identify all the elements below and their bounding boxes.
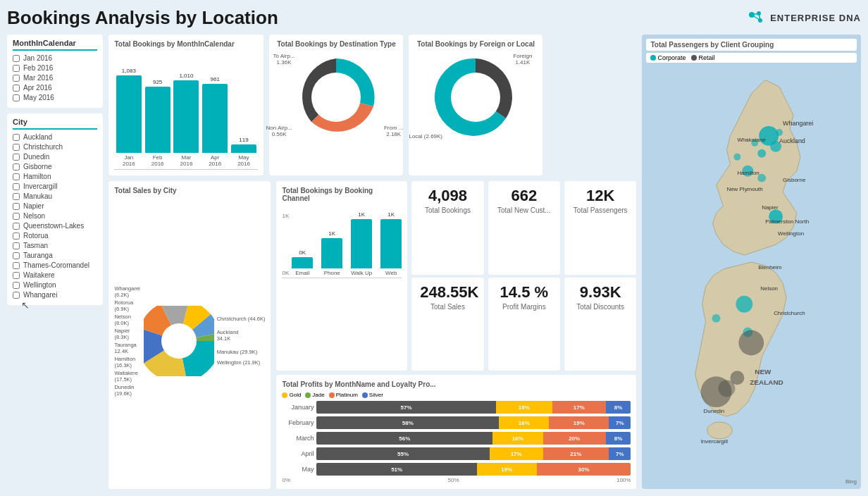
logo-icon [745,8,766,29]
city-label: Hamilton (16.3K) [114,356,140,368]
channel-bar-rect [351,219,372,268]
city-filter-item[interactable]: Gisborne [13,163,97,170]
city-filter-item[interactable]: Tauranga [13,252,97,259]
channel-bar-rect [321,238,342,268]
bookings-by-month-title: Total Bookings by MonthInCalendar [114,40,258,48]
kpi-label: Profit Margins [497,303,552,311]
map-legend-dot [691,55,697,61]
svg-text:Dunedin: Dunedin [704,408,725,414]
svg-text:Napier: Napier [762,204,779,211]
map-attribution: Bing [845,478,857,485]
city-filter-item[interactable]: Dunedin [13,153,97,161]
kpi-value: 9.93K [573,283,628,302]
svg-point-28 [736,296,753,313]
month-filter-item[interactable]: Apr 2016 [13,84,97,92]
city-filter: City Auckland Christchurch Dunedin Gisbo… [7,113,103,305]
destination-type-chart: Total Bookings by Destination Type To Ai… [269,35,403,175]
nz-map-svg: Whangarei Auckland Hamilton Whakatane Gi… [646,66,857,473]
legend-dot [282,392,287,398]
svg-point-6 [311,73,361,122]
svg-text:Auckland: Auckland [780,137,806,144]
month-filter: MonthInCalendar Jan 2016 Feb 2016 Mar 20… [7,35,103,108]
kpi-label: Total New Cust... [497,206,552,214]
svg-point-7 [451,73,500,122]
month-filter-item[interactable]: Jan 2016 [13,54,97,62]
loyalty-row: February 58% 16% 19% 7% [282,416,631,429]
y-axis-label: 1K [282,213,289,219]
city-filter-item[interactable]: Tasman [13,242,97,249]
month-filter-item[interactable]: Feb 2016 [13,64,97,72]
map-box: Total Passengers by Client Grouping Corp… [642,35,861,489]
bar-chart-area: 1,083 Jan2016 925 Feb2016 1,010 Mar2016 … [114,51,258,170]
loyalty-bar-container: 58% 16% 19% 7% [316,416,631,429]
bar-rect [202,84,228,153]
bar-rect [116,75,142,153]
x-axis [114,169,258,170]
channel-bar-col: 1K Web [380,211,402,276]
logo-text: ENTERPRISE DNA [770,13,861,23]
kpi-section: 4,098 Total Bookings 662 Total New Cust.… [411,181,636,371]
month-filter-item[interactable]: Mar 2016 [13,74,97,82]
svg-text:Palmerston North: Palmerston North [766,218,810,225]
city-filter-item[interactable]: Wellington [13,281,97,289]
city-filter-item[interactable]: Hamilton [13,173,97,180]
svg-text:Gisborne: Gisborne [783,177,807,183]
city-filter-item[interactable]: Whangarei [13,291,97,299]
channel-bars-container: 0K Email 1K Phone 1K Walk Up 1K Web [292,220,402,276]
city-sales-chart: Total Sales by City Whangarei (6.2K) Rot… [108,181,271,489]
city-label: Christchurch (44.6K) [217,316,266,322]
loyalty-legend-item: Gold [282,392,301,398]
city-filter-item[interactable]: Auckland [13,133,97,141]
charts-row2: Total Sales by City Whangarei (6.2K) Rot… [108,181,636,489]
legend-dot [305,392,311,398]
header: Bookings Analysis by Location ENTERPRISE… [7,7,861,29]
city-filter-item[interactable]: Christchurch [13,143,97,151]
city-label: Auckland34.1K [217,329,266,342]
pct-labels: 0% 50% 100% [282,477,631,483]
loyalty-row: May 51% 19% 30% [282,463,631,476]
charts-row1: Total Bookings by MonthInCalendar 1,083 … [108,35,636,175]
loyalty-bar-container: 57% 18% 17% 8% [316,401,631,414]
kpi-box: 662 Total New Cust... [488,181,560,275]
month-filter-item[interactable]: May 2016 [13,94,97,101]
loyalty-legend: Gold Jade Platinum Silver [282,392,631,398]
channel-bar-rect [380,219,402,268]
loyalty-bar-container: 51% 19% 30% [316,463,631,476]
bar-rect [231,144,256,153]
city-label: Tauranga12.4K [114,342,140,354]
city-filter-item[interactable]: Waitakere [13,271,97,279]
kpi-box: 9.93K Total Discounts [564,278,636,371]
monthly-bar: 961 Apr2016 [202,76,228,168]
city-filter-item[interactable]: Invercargill [13,182,97,190]
channel-bar-rect [292,257,313,268]
city-filter-item[interactable]: Queenstown-Lakes [13,222,97,230]
legend-dot [329,392,335,398]
city-filter-item[interactable]: Rotorua [13,232,97,240]
channel-bar-col: 0K Email [292,249,313,276]
city-sales-title: Total Sales by City [114,187,265,194]
svg-text:NEW: NEW [755,368,772,376]
svg-point-30 [712,314,721,323]
bar-rect [173,80,199,153]
city-filter-item[interactable]: Nelson [13,212,97,220]
loyalty-bar-container: 55% 17% 21% 7% [316,447,631,460]
map-legend-dot [650,55,656,61]
loyalty-row: March 56% 16% 20% 8% [282,432,631,445]
map-title: Total Passengers by Client Grouping [646,39,857,51]
city-filter-item[interactable]: Napier [13,202,97,210]
foreign-local-donut-svg [430,51,521,143]
svg-text:Invercargill: Invercargill [701,438,728,445]
kpi-box: 248.55K Total Sales [411,278,483,371]
kpi-box: 4,098 Total Bookings [411,181,483,275]
booking-channel-chart: Total Bookings by Booking Channel 1K 0K … [276,181,407,371]
y-axis-label: 0K [282,270,289,276]
map-legend: Corporate Retail [646,53,857,63]
kpi-row-1: 4,098 Total Bookings 662 Total New Cust.… [411,181,636,275]
loyalty-row: April 55% 17% 21% 7% [282,447,631,460]
svg-text:Nelson: Nelson [761,285,779,292]
kpi-box: 14.5 % Profit Margins [488,278,560,371]
city-filter-item[interactable]: Manukau [13,192,97,200]
destination-donut-svg [290,51,382,143]
city-filter-item[interactable]: Thames-Coromandel [13,261,97,269]
svg-point-23 [776,129,783,136]
